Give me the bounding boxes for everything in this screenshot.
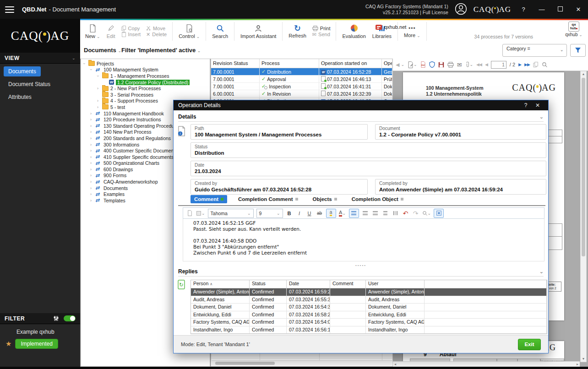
- tab[interactable]: Completion Comment: [234, 195, 301, 203]
- exit-button[interactable]: Exit: [518, 339, 541, 350]
- sidebar-view-item[interactable]: Documents: [4, 66, 41, 76]
- qxhub-button[interactable]: qxhub qxhub ⌄: [563, 22, 584, 37]
- expand-chevron-icon[interactable]: [90, 161, 95, 165]
- print-button[interactable]: Print: [312, 26, 331, 31]
- status-field[interactable]: StatusDistribution: [191, 142, 546, 158]
- pdf-export-icon[interactable]: PDF: [420, 61, 426, 68]
- tree-item[interactable]: 100 Management System: [81, 67, 210, 73]
- qxhub-net-link[interactable]: qxhub.net: [376, 24, 406, 30]
- filter-toggle[interactable]: [64, 315, 76, 321]
- documents-dropdown[interactable]: Documents ⌄: [84, 47, 121, 54]
- tree-item[interactable]: 2 - New Part Processes: [81, 85, 210, 92]
- highlight-button[interactable]: a: [326, 209, 336, 218]
- minimize-button[interactable]: —: [536, 6, 548, 13]
- move-button[interactable]: Move: [146, 26, 167, 31]
- grid-header[interactable]: Revision Status Process Operation starte…: [211, 59, 392, 68]
- control-button[interactable]: Control ⌄: [175, 23, 203, 40]
- reply-row[interactable]: Dokument, Daniel Confirmed 07.03.2024 16…: [191, 304, 547, 311]
- filter-section-header[interactable]: FILTER: [0, 313, 80, 324]
- replies-header-row[interactable]: Person ∧ Status Date Comment User: [191, 280, 547, 288]
- view-section-header[interactable]: VIEW ⌄: [0, 53, 80, 64]
- first-page-icon[interactable]: ◀◀: [476, 62, 482, 67]
- grid-horizontal-scrollbar[interactable]: [212, 360, 392, 366]
- expand-chevron-icon[interactable]: [90, 67, 95, 72]
- delete-button[interactable]: ✕ Delete: [146, 32, 167, 38]
- collapse-chevron-icon[interactable]: ⌄: [539, 269, 544, 275]
- reply-row[interactable]: Factory Systems, CAQ AG Confirmed 07.03.…: [191, 319, 547, 326]
- document-field[interactable]: Document1.2 - Corporate Policy v7.00.000…: [375, 124, 546, 140]
- redo-button[interactable]: ↷: [412, 209, 419, 217]
- strikethrough-button[interactable]: ab: [316, 209, 323, 217]
- splitter-handle[interactable]: •••••: [174, 263, 548, 267]
- expand-chevron-icon[interactable]: [83, 61, 88, 66]
- preview-vertical-scrollbar[interactable]: ▲ ▼: [580, 71, 587, 362]
- edit-button[interactable]: Edit: [103, 23, 119, 40]
- search-button[interactable]: Search: [209, 23, 231, 40]
- reply-row[interactable]: Instandhalter, Ingo Confirmed 07.03.2024…: [191, 326, 547, 334]
- close-button[interactable]: ✕: [572, 6, 584, 13]
- tab[interactable]: Completion Object: [348, 195, 407, 203]
- dialog-close-button[interactable]: ✕: [532, 102, 544, 109]
- maximize-button[interactable]: [554, 6, 566, 13]
- completed-by-field[interactable]: Completed byAnton Anwender (Simple) am 0…: [375, 179, 546, 195]
- comment-editor[interactable]: 07.03.2024 16:52:15 GGF Passt. Sieht sup…: [183, 219, 544, 261]
- star-icon[interactable]: ★: [5, 340, 11, 348]
- implemented-filter-chip[interactable]: Implemented: [15, 339, 58, 349]
- send-button[interactable]: ✉ Send: [312, 32, 331, 38]
- apply-filter-button[interactable]: [570, 44, 586, 57]
- sidebar-view-item[interactable]: Document Status: [4, 79, 55, 89]
- tree-item[interactable]: 1 - Management Processes: [81, 73, 210, 79]
- next-page-icon[interactable]: ▶: [518, 62, 521, 67]
- import-assistant-button[interactable]: Import Assistant: [237, 23, 279, 40]
- expand-chevron-icon[interactable]: [90, 136, 95, 141]
- expand-chevron-icon[interactable]: [90, 130, 95, 134]
- email-icon[interactable]: ✉: [457, 61, 462, 68]
- insert-button[interactable]: Insert: [121, 32, 141, 38]
- underline-button[interactable]: U: [306, 209, 313, 217]
- expand-chevron-icon[interactable]: [90, 117, 95, 122]
- tab[interactable]: Objects: [309, 195, 341, 203]
- dialog-help-button[interactable]: ?: [520, 102, 532, 109]
- grid-row[interactable]: 6.00.0001 In Revision 07.03.2024 16:32:3…: [211, 90, 392, 98]
- expand-chevron-icon[interactable]: [90, 111, 95, 116]
- editor-paste-icon[interactable]: ⌄: [196, 209, 205, 217]
- font-color-button[interactable]: A ⌄: [339, 209, 346, 217]
- attachment-icon[interactable]: ⌄: [465, 61, 474, 68]
- reply-row[interactable]: Entwicklung, Eddi Confirmed 07.03.2024 1…: [191, 311, 547, 319]
- sidebar-view-item[interactable]: Attributes: [4, 92, 36, 102]
- expand-chevron-icon[interactable]: [97, 74, 102, 78]
- active-filter-dropdown[interactable]: Filter 'Implemented' active ⌄: [121, 47, 201, 54]
- menu-icon[interactable]: [5, 6, 14, 13]
- user-icon[interactable]: [455, 3, 467, 16]
- reply-row[interactable]: Anwender (Simple), Anton Confirmed 07.03…: [191, 288, 547, 296]
- new-button[interactable]: New ⌄: [82, 23, 103, 40]
- tree-item[interactable]: Projects: [81, 60, 210, 67]
- expand-chevron-icon[interactable]: [97, 86, 102, 91]
- tab[interactable]: Comment: [191, 195, 227, 203]
- expand-chevron-icon[interactable]: [90, 148, 95, 153]
- undo-button[interactable]: ↶: [402, 209, 409, 217]
- save-icon[interactable]: [438, 62, 444, 68]
- grid-row[interactable]: 7.00.0001 Distribution 07.03.2024 16:52:…: [211, 68, 392, 76]
- list-button[interactable]: [382, 209, 389, 217]
- grid-row[interactable]: 7.00.0001 Inspection 07.03.2024 16:41:31…: [211, 83, 392, 90]
- replies-refresh-icon[interactable]: ↻: [177, 280, 185, 290]
- expand-chevron-icon[interactable]: [90, 173, 95, 178]
- preview-horizontal-scrollbar[interactable]: ◂ ▸: [393, 361, 580, 367]
- page-number-input[interactable]: 1: [491, 61, 506, 69]
- collapse-chevron-icon[interactable]: ⌄: [539, 114, 544, 120]
- tree-item[interactable]: 3 - Serial Processes: [81, 92, 210, 98]
- expand-chevron-icon[interactable]: [97, 98, 102, 103]
- expand-chevron-icon[interactable]: [90, 186, 95, 190]
- fit-view-button[interactable]: [434, 209, 444, 218]
- date-field[interactable]: Date21.03.2024: [191, 161, 546, 176]
- expand-chevron-icon[interactable]: [90, 142, 95, 147]
- italic-button[interactable]: I: [296, 209, 303, 217]
- last-page-icon[interactable]: ▶▶: [524, 62, 530, 67]
- expand-chevron-icon[interactable]: [90, 179, 95, 184]
- category-filter-select[interactable]: Category = ⌄: [502, 44, 567, 57]
- back-icon[interactable]: ◀ ⌄: [396, 62, 404, 68]
- align-right-button[interactable]: [372, 209, 379, 217]
- editor-zoom-button[interactable]: ⌄: [422, 209, 431, 217]
- expand-chevron-icon[interactable]: [90, 198, 95, 203]
